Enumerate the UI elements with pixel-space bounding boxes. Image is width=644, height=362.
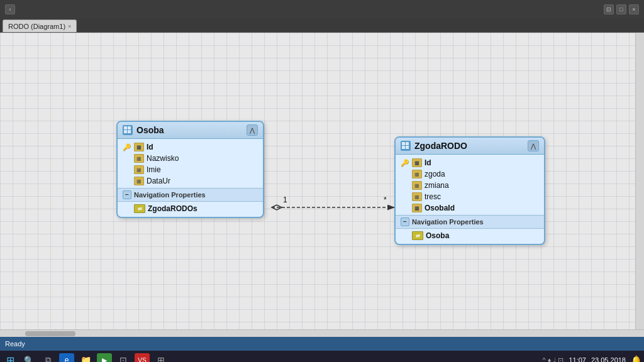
zgodarodo-collapse-btn[interactable]: ⋀ <box>528 140 539 151</box>
svg-marker-2 <box>272 205 282 210</box>
field-icon-zmiana: ▦ <box>412 181 422 190</box>
scroll-thumb[interactable] <box>25 331 75 336</box>
osoba-imie-label: Imie <box>147 165 161 174</box>
svg-text:*: * <box>384 195 387 204</box>
zgodarodo-osoba-label: Osoba <box>426 231 449 240</box>
tab-close-icon[interactable]: × <box>68 23 71 30</box>
svg-rect-9 <box>402 142 405 145</box>
zgodarodo-zmiana-label: zmiana <box>425 181 449 190</box>
zgodarodo-field-zgoda: ▦ zgoda <box>396 168 544 180</box>
osoba-field-dataur: ▦ DataUr <box>118 175 263 187</box>
app4-icon[interactable]: ⊞ <box>153 353 169 362</box>
nav-icon-zgoda: ⇌ <box>134 204 145 213</box>
nav-icon-osoba: ⇌ <box>412 231 423 240</box>
osoba-nav-minus[interactable]: − <box>123 190 131 199</box>
osoba-entity: Osoba ⋀ 🔑 ▦ Id ▦ Nazwisko <box>116 121 264 218</box>
key-icon: 🔑 <box>123 143 131 151</box>
osoba-field-id: 🔑 ▦ Id <box>118 141 263 153</box>
field-icon-osobaid: ▦ <box>412 204 422 212</box>
osoba-title: Osoba <box>136 125 164 135</box>
osoba-field-nazwisko: ▦ Nazwisko <box>118 153 263 164</box>
taskbar-time: 11:07 <box>569 356 586 362</box>
zgodarodo-nav-section: − Navigation Properties <box>396 215 544 229</box>
field-icon: ▦ <box>134 143 144 151</box>
zgodarodo-field-id: 🔑 ▦ Id <box>396 157 544 168</box>
svg-rect-6 <box>128 126 131 129</box>
osoba-body: 🔑 ▦ Id ▦ Nazwisko ▦ Imie <box>118 139 263 217</box>
search-taskbar[interactable]: 🔍 <box>21 353 36 362</box>
svg-rect-8 <box>128 130 131 133</box>
zgodarodo-header-icon <box>401 141 411 151</box>
close-window-button[interactable]: × <box>629 4 639 14</box>
browser-icon[interactable]: e <box>59 353 74 362</box>
app3-icon[interactable]: VS <box>135 353 150 362</box>
bottom-scrollbar[interactable] <box>0 329 644 337</box>
key-icon-z: 🔑 <box>401 159 409 167</box>
status-text: Ready <box>5 340 25 348</box>
svg-rect-10 <box>406 142 409 145</box>
back-button[interactable]: ‹ <box>5 4 15 14</box>
field-icon-d: ▦ <box>134 177 144 185</box>
osoba-header-icon <box>123 125 133 135</box>
svg-rect-12 <box>406 146 409 149</box>
right-scrollbar[interactable] <box>635 33 644 329</box>
osoba-zgodarodos-label: ZgodaRODOs <box>148 204 197 213</box>
svg-rect-5 <box>124 126 127 129</box>
zgodarodo-title: ZgodaRODO <box>414 141 467 151</box>
start-button[interactable]: ⊞ <box>3 353 18 362</box>
svg-rect-11 <box>402 146 405 149</box>
folder-icon[interactable]: 📁 <box>78 353 93 362</box>
zgodarodo-zgoda-label: zgoda <box>425 170 445 178</box>
svg-rect-7 <box>124 130 127 133</box>
app2-icon[interactable]: ⊡ <box>116 353 131 362</box>
osoba-collapse-btn[interactable]: ⋀ <box>247 124 258 136</box>
zgodarodo-field-tresc: ▦ tresc <box>396 191 544 202</box>
title-bar: ‹ ⊡ □ × <box>0 0 644 19</box>
taskbar: ⊞ 🔍 ⧉ e 📁 ▶ ⊡ VS ⊞ ^ ♦ ♩ ⊡ 11:07 23.05.2… <box>0 351 644 362</box>
field-icon-zgoda: ▦ <box>412 170 422 178</box>
zgodarodo-tresc-label: tresc <box>425 192 441 201</box>
osoba-dataur-label: DataUr <box>147 177 170 185</box>
zgodarodo-body: 🔑 ▦ Id ▦ zgoda ▦ zmiana <box>396 155 544 244</box>
field-icon-tresc: ▦ <box>412 192 422 201</box>
zgodarodo-field-osobaid: ▦ OsobaId <box>396 202 544 214</box>
osoba-nav-label: Navigation Properties <box>134 191 206 199</box>
svg-text:1: 1 <box>283 195 287 204</box>
status-bar: Ready <box>0 337 644 351</box>
zgodarodo-nav-label: Navigation Properties <box>412 218 484 226</box>
field-icon-n: ▦ <box>134 154 144 163</box>
taskbar-date: 23.05.2018 <box>591 356 626 362</box>
notification-icon[interactable]: 🔔 <box>631 355 641 362</box>
tab-bar: RODO (Diagram1) × <box>0 19 644 33</box>
restore-button[interactable]: ⊡ <box>604 4 614 14</box>
zgodarodo-field-zmiana: ▦ zmiana <box>396 180 544 191</box>
osoba-id-label: Id <box>147 143 153 151</box>
zgodarodo-entity: ZgodaRODO ⋀ 🔑 ▦ Id ▦ zgoda <box>394 136 545 245</box>
maximize-button[interactable]: □ <box>616 4 626 14</box>
task-view[interactable]: ⧉ <box>40 353 55 362</box>
zgodarodo-osobaid-label: OsobaId <box>425 204 455 212</box>
osoba-nazwisko-label: Nazwisko <box>147 154 179 163</box>
field-icon-i: ▦ <box>134 165 144 174</box>
app1-icon[interactable]: ▶ <box>97 353 112 362</box>
taskbar-icons-right: ^ ♦ ♩ ⊡ <box>542 356 564 363</box>
tab-label: RODO (Diagram1) <box>8 23 65 30</box>
zgodarodo-id-label: Id <box>425 158 431 167</box>
diagram-tab[interactable]: RODO (Diagram1) × <box>3 19 77 32</box>
osoba-header: Osoba ⋀ <box>118 122 263 139</box>
taskbar-right: ^ ♦ ♩ ⊡ 11:07 23.05.2018 🔔 <box>542 355 641 362</box>
osoba-nav-zgodarodos: ⇌ ZgodaRODOs <box>118 203 263 214</box>
field-icon-zid: ▦ <box>412 158 422 167</box>
zgodarodo-nav-osoba: ⇌ Osoba <box>396 230 544 241</box>
osoba-field-imie: ▦ Imie <box>118 164 263 175</box>
taskbar-left: ⊞ 🔍 ⧉ e 📁 ▶ ⊡ VS ⊞ <box>3 353 169 362</box>
diagram-canvas[interactable]: 1 * Osoba ⋀ 🔑 ▦ Id <box>0 33 635 329</box>
zgodarodo-header: ZgodaRODO ⋀ <box>396 138 544 155</box>
main-area: 1 * Osoba ⋀ 🔑 ▦ Id <box>0 33 644 329</box>
zgodarodo-nav-minus[interactable]: − <box>401 217 409 226</box>
osoba-nav-section: − Navigation Properties <box>118 188 263 202</box>
